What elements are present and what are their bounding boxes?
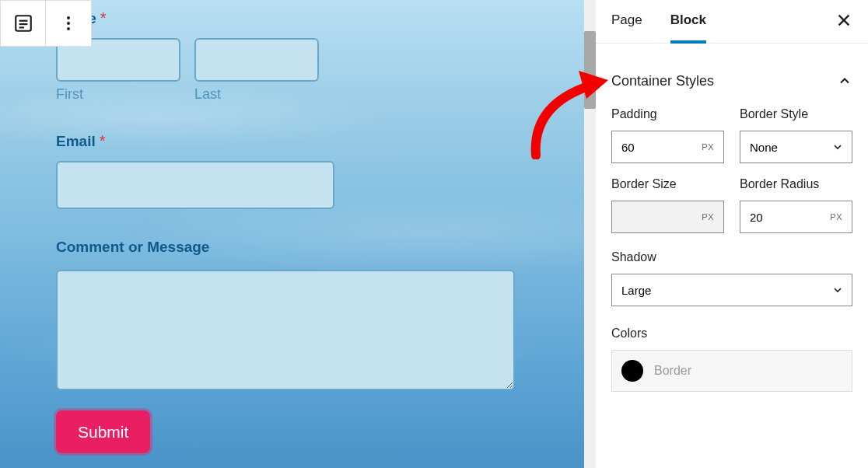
more-options-button[interactable] [46,1,91,46]
submit-button[interactable]: Submit [56,410,150,453]
settings-sidebar: Page Block Container Styles Padding [596,0,868,468]
first-sublabel: First [56,86,180,103]
comment-label: Comment or Message [56,239,209,256]
border-radius-unit: PX [830,212,842,222]
last-sublabel: Last [194,86,319,103]
border-size-label: Border Size [611,177,724,191]
color-swatch [621,360,643,382]
border-style-value: None [750,141,778,154]
canvas-scrollbar[interactable] [584,0,596,468]
panel-toggle[interactable]: Container Styles [611,59,852,103]
color-border-label: Border [654,364,691,378]
tab-block[interactable]: Block [670,0,706,44]
svg-point-6 [67,27,70,30]
border-size-field: Border Size PX [611,177,724,233]
border-size-input[interactable]: PX [611,201,724,233]
colors-label: Colors [611,327,852,341]
chevron-up-icon [837,73,852,89]
fields-grid: Padding 60 PX Border Style None [611,107,852,233]
padding-label: Padding [611,107,724,121]
svg-point-4 [67,16,70,19]
shadow-select[interactable]: Large [611,274,852,306]
border-style-label: Border Style [740,107,852,121]
last-name-input[interactable] [194,38,319,82]
comment-textarea[interactable] [56,270,515,390]
chevron-down-icon [831,284,844,296]
border-style-field: Border Style None [740,107,852,163]
padding-value: 60 [621,141,635,154]
required-asterisk: * [100,132,106,149]
block-toolbar [0,0,92,47]
shadow-label: Shadow [611,250,852,264]
required-asterisk: * [100,9,107,26]
close-sidebar-button[interactable] [835,12,852,32]
border-radius-field: Border Radius 20 PX [740,177,852,233]
ellipsis-vertical-icon [59,14,78,33]
form-block-icon-button[interactable] [1,1,46,46]
panel-title: Container Styles [611,73,714,89]
border-radius-value: 20 [750,211,763,224]
border-color-row[interactable]: Border [611,350,852,392]
scrollbar-thumb[interactable] [584,31,596,109]
container-styles-panel: Container Styles Padding 60 PX Border St… [596,44,868,392]
padding-field: Padding 60 PX [611,107,724,163]
email-label: Email [56,133,96,150]
editor-canvas: Name* First Last Email* Comment or Messa… [0,0,596,468]
tab-page[interactable]: Page [611,0,642,44]
padding-input[interactable]: 60 PX [611,131,724,163]
border-size-unit: PX [702,212,714,222]
app-root: Name* First Last Email* Comment or Messa… [0,0,868,468]
svg-point-5 [67,22,70,25]
border-radius-label: Border Radius [740,177,852,191]
colors-section: Colors Border [611,327,852,392]
form-content: Name* First Last Email* Comment or Messa… [56,0,549,453]
shadow-field: Shadow Large [611,250,852,306]
shadow-value: Large [621,284,651,297]
chevron-down-icon [831,141,844,153]
form-icon [13,13,33,33]
email-input[interactable] [56,161,334,209]
sidebar-tabs: Page Block [596,0,868,44]
border-style-select[interactable]: None [740,131,852,163]
close-icon [835,12,852,29]
border-radius-input[interactable]: 20 PX [740,201,852,233]
padding-unit: PX [702,142,714,152]
